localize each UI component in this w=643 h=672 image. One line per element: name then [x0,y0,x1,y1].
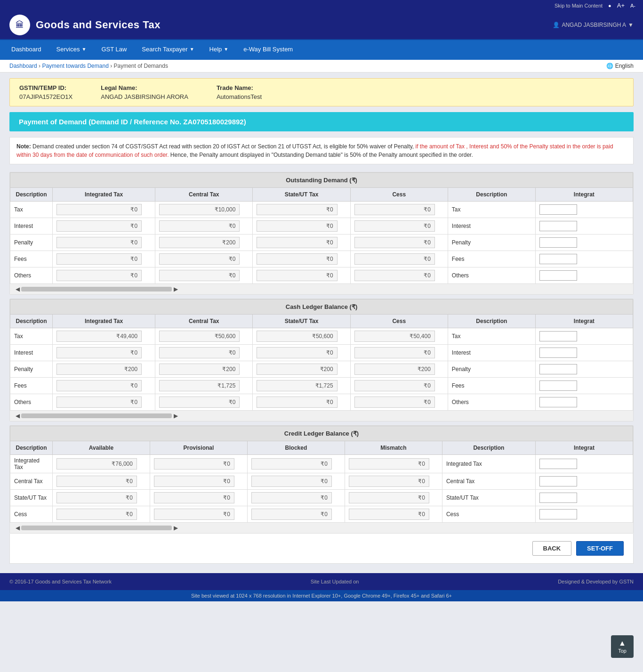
row-input[interactable] [535,473,633,490]
accessibility-dot: ● [608,3,611,8]
scroll-right-crl[interactable]: ▶ [172,525,179,531]
breadcrumb-dashboard[interactable]: Dashboard [9,63,37,69]
font-small-btn[interactable]: A- [630,3,635,8]
row-cess: ₹0 [350,251,448,267]
action-buttons: BACK SET-OFF [9,534,634,564]
user-caret: ▼ [628,22,634,28]
row-mismatch: ₹0 [345,473,442,490]
row-cgst: ₹200 [155,235,253,251]
legal-name-field: Legal Name: ANGAD JASBIRSINGH ARORA [101,84,188,100]
row-desc2: State/UT Tax [442,490,535,506]
scroll-bar-credit[interactable]: ◀ ▶ [10,523,633,533]
legal-name-value: ANGAD JASBIRSINGH ARORA [101,93,188,100]
row-input[interactable] [535,218,633,235]
cl-col-igst: Integrated Tax [53,315,155,328]
outstanding-scroll[interactable]: Outstanding Demand (₹) Description Integ… [10,172,633,284]
table-row: Interest ₹0 ₹0 ₹0 ₹0 Interest [10,345,633,361]
row-input[interactable] [535,235,633,251]
row-input[interactable] [535,361,633,378]
breadcrumb-payment-demand[interactable]: Payment towards Demand [42,63,108,69]
nav-dashboard[interactable]: Dashboard [4,40,49,60]
row-cess: ₹0 [350,394,448,411]
row-desc: Penalty [10,235,53,251]
row-mismatch: ₹0 [345,455,442,473]
row-igst: ₹49,400 [53,328,155,345]
table-row: Central Tax ₹0 ₹0 ₹0 ₹0 Central Tax [10,473,633,490]
row-input[interactable] [535,328,633,345]
nav-gst-law[interactable]: GST Law [94,40,134,60]
row-input[interactable] [535,490,633,506]
row-cess: ₹0 [350,267,448,284]
scroll-bar-cash[interactable]: ◀ ▶ [10,411,633,421]
scroll-left-crl[interactable]: ◀ [14,525,21,531]
row-cgst: ₹10,000 [155,202,253,218]
search-caret: ▼ [190,47,194,52]
row-cess: ₹200 [350,361,448,378]
row-prov: ₹0 [150,490,247,506]
nav-eway[interactable]: e-Way Bill System [236,40,300,60]
scroll-right-od[interactable]: ▶ [172,286,179,292]
outstanding-demand-section: Outstanding Demand (₹) Description Integ… [9,172,634,295]
nav-services[interactable]: Services ▼ [49,40,94,60]
scroll-track-od[interactable] [21,287,172,291]
row-desc2: Fees [448,251,535,267]
row-input[interactable] [535,267,633,284]
od-col-cgst: Central Tax [155,188,253,202]
crl-col-blocked: Blocked [247,441,345,455]
row-input[interactable] [535,251,633,267]
row-desc: Interest [10,345,53,361]
skip-link[interactable]: Skip to Main Content [555,3,603,8]
scroll-bar-outstanding[interactable]: ◀ ▶ [10,284,633,294]
row-desc2: Interest [448,218,535,235]
logo-section: 🏛 Goods and Services Tax [9,15,161,35]
user-info: 👤 ANGAD JASBIRSINGH A ▼ [553,22,634,28]
row-desc2: Integrated Tax [442,455,535,473]
breadcrumb-current: Payment of Demands [114,63,168,69]
scroll-left-od[interactable]: ◀ [14,286,21,292]
row-desc2: Others [448,394,535,411]
credit-scroll[interactable]: Credit Ledger Balance (₹) Description Av… [10,426,633,523]
site-updated: Site Last Updated on [311,579,359,584]
row-input[interactable] [535,202,633,218]
emblem: 🏛 [16,20,24,30]
row-prov: ₹0 [150,455,247,473]
nav-help[interactable]: Help ▼ [202,40,236,60]
back-button[interactable]: BACK [532,541,572,556]
scroll-track-crl[interactable] [21,526,172,530]
row-cgst: ₹0 [155,345,253,361]
scroll-left-cl[interactable]: ◀ [14,413,21,419]
row-igst: ₹0 [53,235,155,251]
row-desc: Others [10,267,53,284]
row-input[interactable] [535,378,633,394]
demand-header-text: Payment of Demand (Demand ID / Reference… [19,118,246,126]
row-input[interactable] [535,394,633,411]
main-nav: Dashboard Services ▼ GST Law Search Taxp… [0,40,643,60]
scroll-right-cl[interactable]: ▶ [172,413,179,419]
cash-scroll[interactable]: Cash Ledger Balance (₹) Description Inte… [10,299,633,411]
cl-col-cess: Cess [350,315,448,328]
row-input[interactable] [535,345,633,361]
od-col-igst: Integrated Tax [53,188,155,202]
row-avail: ₹0 [53,506,150,523]
nav-search-taxpayer[interactable]: Search Taxpayer ▼ [134,40,201,60]
gstin-info-box: GSTIN/TEMP ID: 07AJIPA1572EO1X Legal Nam… [9,78,634,106]
row-igst: ₹0 [53,394,155,411]
cash-ledger-table: Cash Ledger Balance (₹) Description Inte… [10,299,633,411]
row-igst: ₹0 [53,345,155,361]
crl-col-desc: Description [10,441,53,455]
crl-col-mismatch: Mismatch [345,441,442,455]
row-input[interactable] [535,455,633,473]
font-large-btn[interactable]: A+ [617,2,625,9]
setoff-button[interactable]: SET-OFF [576,541,624,556]
row-desc: Tax [10,328,53,345]
row-input[interactable] [535,506,633,523]
row-cgst: ₹200 [155,361,253,378]
row-igst: ₹0 [53,251,155,267]
row-desc: Penalty [10,361,53,378]
language-selector[interactable]: 🌐 English [606,63,634,69]
crl-col-prov: Provisional [150,441,247,455]
row-cgst: ₹0 [155,394,253,411]
scroll-track-cl[interactable] [21,413,172,418]
table-row: Others ₹0 ₹0 ₹0 ₹0 Others [10,267,633,284]
row-desc: Tax [10,202,53,218]
